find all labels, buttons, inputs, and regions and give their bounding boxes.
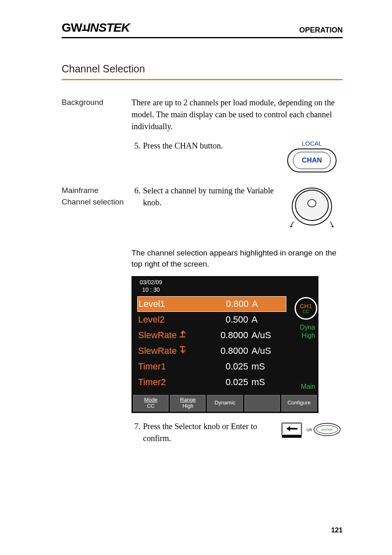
display-row-value: 0.500	[207, 313, 248, 326]
display-row: Timer20.025mS	[137, 374, 286, 390]
display-channel-indicator: CH1 CC	[295, 297, 317, 320]
brand-logo: GW INSTEK	[62, 21, 130, 35]
chan-button-graphic: LOCAL CHAN	[287, 140, 337, 172]
display-row: SlewRate0.8000A/uS	[137, 327, 286, 343]
logo-prefix: GW	[62, 21, 82, 35]
svg-text:OR: OR	[307, 428, 312, 432]
display-row-unit: A/uS	[248, 344, 276, 358]
chan-button-label: CHAN	[302, 156, 322, 165]
display-date: 03/02/09	[140, 279, 314, 286]
svg-rect-6	[282, 435, 302, 438]
chan-local-label: LOCAL	[287, 140, 337, 147]
display-row: Timer10.025mS	[137, 359, 286, 374]
display-channel: CH1	[300, 303, 312, 309]
display-row-label: Timer1	[137, 360, 207, 373]
display-row-value: 0.8000	[207, 344, 248, 358]
display-row: Level10.800A	[137, 296, 286, 312]
display-side-high: High	[302, 331, 315, 340]
display-row-unit: A	[248, 313, 276, 326]
display-row-unit: A	[249, 297, 277, 311]
display-time: 10 : 30	[140, 286, 314, 293]
section-title: Channel Selection	[62, 63, 343, 80]
page-number: 121	[331, 526, 343, 534]
background-label: Background	[62, 97, 131, 108]
display-row-label: Level2	[137, 313, 207, 326]
step-6-note: The channel selection appears highlighte…	[131, 248, 343, 269]
page-header: GW INSTEK OPERATION	[62, 21, 343, 38]
step-7-text: Press the Selector knob or Enter to conf…	[143, 420, 281, 444]
display-softkey: Dynamic	[207, 395, 242, 411]
display-row: Level20.500A	[137, 312, 286, 327]
selector-enter-icon: OR ENTER	[281, 420, 343, 439]
mainframe-label-1: Mainframe	[62, 185, 130, 196]
background-text: There are up to 2 channels per load modu…	[131, 97, 343, 132]
display-side-main: Main	[301, 382, 315, 391]
display-row-unit: mS	[248, 360, 276, 373]
display-softkey: ModeCC	[133, 395, 168, 411]
display-row-value: 0.025	[207, 360, 248, 373]
display-row-label: SlewRate	[137, 329, 207, 342]
step-6-number: 6.	[131, 185, 143, 209]
step-7-number: 7.	[131, 420, 143, 444]
display-row-value: 0.8000	[207, 329, 248, 342]
display-row-unit: A/uS	[248, 329, 276, 342]
display-row: SlewRate0.8000A/uS	[137, 343, 286, 359]
svg-point-4	[308, 200, 316, 207]
logo-suffix: INSTEK	[87, 21, 130, 35]
header-section-label: OPERATION	[299, 26, 343, 35]
display-row-value: 0.025	[207, 376, 248, 389]
display-softkey: Configure	[281, 395, 317, 411]
arrow-up-icon	[178, 329, 187, 342]
display-row-unit: mS	[248, 376, 276, 389]
display-row-label: Level1	[138, 297, 208, 311]
display-softkey	[244, 395, 280, 411]
svg-text:ENTER: ENTER	[321, 428, 332, 432]
variable-knob-icon	[289, 185, 334, 230]
svg-rect-1	[84, 25, 85, 30]
display-cc: CC	[303, 309, 309, 314]
step-6-text: Select a channel by turning the Variable…	[143, 185, 281, 209]
step-5-number: 5.	[131, 140, 143, 152]
arrow-down-icon	[178, 344, 187, 358]
chan-button: CHAN	[287, 149, 337, 172]
display-row-label: SlewRate	[137, 344, 207, 358]
step-5-text: Press the CHAN button.	[143, 140, 281, 152]
device-display: 03/02/09 10 : 30 Level10.800ALevel20.500…	[131, 276, 318, 413]
display-row-label: Timer2	[137, 376, 207, 389]
mainframe-label-2: Channel selection	[62, 196, 130, 208]
display-row-value: 0.800	[208, 297, 249, 311]
display-softkey: RangeHigh	[170, 395, 205, 411]
